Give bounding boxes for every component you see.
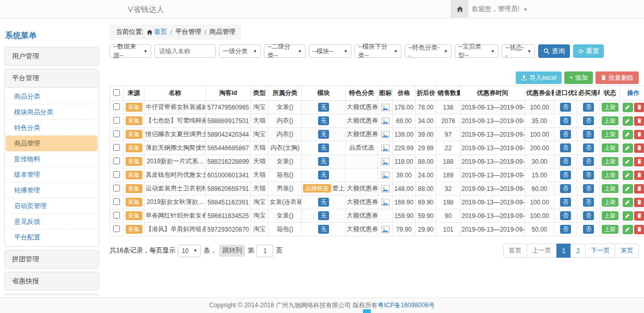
edit-button[interactable] (623, 103, 633, 112)
page-button[interactable]: 首页 (503, 244, 527, 258)
sidebar-group-header[interactable]: 平台管理 (5, 69, 99, 87)
filter-select[interactable]: --宝贝类型--▼ (455, 44, 499, 58)
select-all-checkbox[interactable] (113, 89, 120, 96)
batch-delete-button[interactable]: 批量删除 (596, 71, 639, 84)
edit-button[interactable] (623, 116, 633, 126)
sidebar-item[interactable]: 商品管理 (6, 136, 98, 151)
filter-select[interactable]: --模块下分类--▼ (355, 44, 402, 58)
sidebar-item[interactable]: 平台配置 (6, 230, 98, 245)
status-badge[interactable]: 上架 (602, 184, 618, 192)
delete-button[interactable] (634, 225, 644, 234)
status-badge[interactable]: 上架 (602, 116, 618, 125)
reset-button[interactable]: ⟳ 重置 (573, 44, 604, 58)
edit-button[interactable] (623, 171, 633, 180)
import-select-badge[interactable]: 否 (560, 225, 571, 233)
must-buy-badge[interactable]: 否 (583, 103, 594, 111)
page-button[interactable]: 末页 (615, 244, 639, 258)
filter-select[interactable]: --模块--▼ (309, 44, 351, 58)
sidebar-item[interactable]: 意见反馈 (6, 214, 98, 230)
status-badge[interactable]: 上架 (602, 157, 618, 165)
page-button[interactable]: 2 (570, 244, 586, 258)
filter-select[interactable]: 一级分类▼ (219, 44, 261, 58)
import-select-badge[interactable]: 否 (560, 143, 571, 152)
edit-button[interactable] (623, 198, 633, 207)
import-select-badge[interactable]: 否 (560, 171, 571, 179)
delete-button[interactable] (634, 211, 644, 221)
jump-page-input[interactable] (257, 245, 273, 257)
row-checkbox[interactable] (113, 117, 120, 124)
edit-button[interactable] (623, 130, 633, 139)
row-checkbox[interactable] (113, 144, 120, 151)
icp-link[interactable]: 粤ICP备16098006号 (378, 301, 434, 310)
row-checkbox[interactable] (113, 158, 120, 164)
sidebar-item[interactable]: 宣传物料 (6, 151, 98, 167)
name-search-input[interactable] (154, 44, 216, 58)
add-button[interactable]: + 添加 (564, 71, 593, 84)
import-select-badge[interactable]: 否 (560, 116, 571, 125)
must-buy-badge[interactable]: 否 (583, 171, 594, 179)
must-buy-badge[interactable]: 否 (583, 116, 594, 125)
import-select-badge[interactable]: 否 (560, 130, 571, 138)
must-buy-badge[interactable]: 否 (583, 184, 594, 192)
sidebar-group-header[interactable]: 拼团管理 (5, 250, 99, 268)
must-buy-badge[interactable]: 否 (583, 211, 594, 220)
status-badge[interactable]: 上架 (602, 143, 618, 152)
delete-button[interactable] (634, 157, 644, 166)
row-checkbox[interactable] (113, 198, 120, 205)
back-to-top-button-partial[interactable] (363, 309, 371, 313)
edit-button[interactable] (623, 157, 633, 166)
sidebar-item[interactable]: 轮播管理 (6, 183, 98, 198)
page-button[interactable]: 上一页 (527, 244, 557, 258)
filter-select[interactable]: --二级分类--▼ (264, 44, 306, 58)
sidebar-item[interactable]: 版本管理 (6, 167, 98, 183)
must-buy-badge[interactable]: 否 (583, 198, 594, 206)
delete-button[interactable] (634, 143, 644, 153)
status-badge[interactable]: 上架 (602, 211, 618, 220)
sidebar-item[interactable]: 模块商品分类 (6, 104, 98, 120)
delete-button[interactable] (634, 171, 644, 180)
sidebar-group-header[interactable]: 省惠快报 (5, 272, 99, 290)
must-buy-badge[interactable]: 否 (583, 130, 594, 138)
home-button[interactable] (451, 0, 468, 18)
import-select-badge[interactable]: 否 (560, 184, 571, 192)
row-checkbox[interactable] (113, 212, 120, 219)
user-menu[interactable]: 欢迎您，管理员! ▼ (472, 0, 527, 19)
must-buy-badge[interactable]: 否 (583, 225, 594, 233)
status-badge[interactable]: 上架 (602, 171, 618, 179)
search-button[interactable]: 查询 (538, 44, 570, 58)
sidebar-item[interactable]: 启动页管理 (6, 198, 98, 214)
sidebar-item[interactable]: 商品分类 (6, 89, 98, 104)
edit-button[interactable] (623, 184, 633, 194)
filter-select[interactable]: --特色分类--▼ (405, 44, 452, 58)
sidebar-group-header[interactable]: 用户管理 (5, 47, 99, 65)
row-checkbox[interactable] (113, 103, 120, 110)
import-select-badge[interactable]: 否 (560, 211, 571, 220)
delete-button[interactable] (634, 198, 644, 207)
delete-button[interactable] (634, 103, 644, 112)
sidebar-item[interactable]: 特色分类 (6, 120, 98, 136)
delete-button[interactable] (634, 184, 644, 194)
row-checkbox[interactable] (113, 171, 120, 178)
status-badge[interactable]: 上架 (602, 103, 618, 111)
must-buy-badge[interactable]: 否 (583, 143, 594, 152)
import-select-badge[interactable]: 否 (560, 198, 571, 206)
filter-select[interactable]: --状态--▼ (502, 44, 535, 58)
page-size-select[interactable]: 10 ▼ (178, 245, 201, 257)
row-checkbox[interactable] (113, 225, 120, 232)
edit-button[interactable] (623, 143, 633, 153)
delete-button[interactable] (634, 130, 644, 139)
delete-button[interactable] (634, 116, 644, 126)
sidebar-group-header[interactable]: 消息管理 (5, 294, 99, 296)
row-checkbox[interactable] (113, 130, 120, 137)
status-badge[interactable]: 上架 (602, 225, 618, 233)
edit-button[interactable] (623, 225, 633, 234)
import-select-badge[interactable]: 否 (560, 157, 571, 165)
edit-button[interactable] (623, 211, 633, 221)
must-buy-badge[interactable]: 否 (583, 157, 594, 165)
filter-select[interactable]: --数据来源--▼ (110, 44, 151, 58)
import-excel-button[interactable]: 导入excel (516, 71, 562, 84)
breadcrumb-home-link[interactable]: 首页 (147, 28, 167, 37)
import-select-badge[interactable]: 否 (560, 103, 571, 111)
status-badge[interactable]: 上架 (602, 198, 618, 206)
page-button[interactable]: 下一页 (585, 244, 615, 258)
